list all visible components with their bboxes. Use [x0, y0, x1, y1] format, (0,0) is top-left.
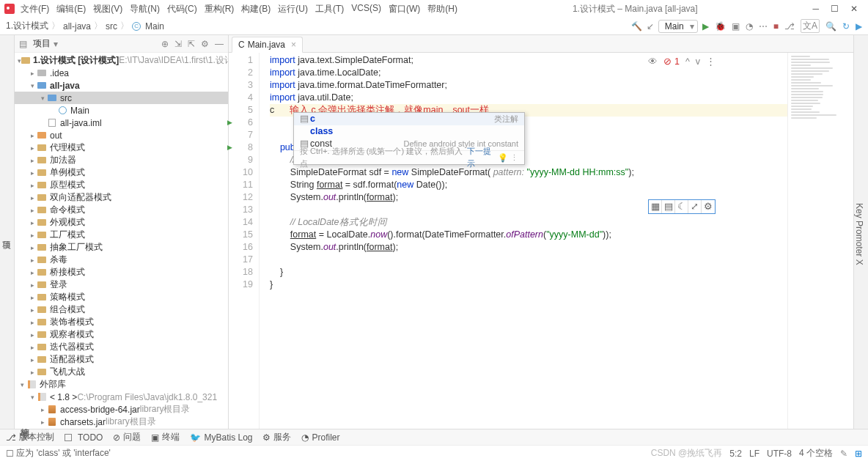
tree-item[interactable]: ▸适配器模式 — [15, 353, 228, 366]
run-icon[interactable]: ▶ — [702, 21, 709, 32]
tree-item[interactable]: ▸out — [15, 129, 228, 141]
menu-vcs[interactable]: VCS(S) — [351, 3, 381, 15]
menu-help[interactable]: 帮助(H) — [427, 3, 457, 15]
key-promoter-tab[interactable]: Key Promoter X — [854, 203, 864, 265]
tree-item[interactable]: ▸cldrdata.jar library根目录 — [15, 428, 228, 429]
tree-item[interactable]: ▾< 1.8 > C:\Program Files\Java\jdk1.8.0_… — [15, 391, 228, 403]
tree-item[interactable]: ▸抽象工厂模式 — [15, 241, 228, 254]
profiler-tab[interactable]: ◔Profiler — [301, 432, 339, 443]
prev-highlight-icon[interactable]: ^ — [685, 56, 690, 68]
ide-settings-icon[interactable]: ▶ — [856, 21, 862, 32]
tree-item[interactable]: ▸代理模式 — [15, 141, 228, 154]
run-config-selector[interactable]: Main — [658, 20, 698, 33]
maximize-icon[interactable]: ☐ — [831, 4, 839, 14]
line-separator[interactable]: LF — [749, 449, 760, 459]
menu-refactor[interactable]: 重构(R) — [205, 3, 235, 15]
tree-item[interactable]: ▸飞机大战 — [15, 366, 228, 378]
crumb-module[interactable]: all-java — [63, 21, 91, 32]
next-highlight-icon[interactable]: v — [696, 56, 700, 68]
minimap[interactable] — [787, 53, 853, 429]
search-icon[interactable]: 🔍 — [825, 21, 836, 32]
menu-code[interactable]: 代码(C) — [167, 3, 197, 15]
status-tool-icon[interactable]: ☐ — [6, 449, 14, 459]
error-count-icon[interactable]: ⊘ 1 — [663, 56, 679, 68]
profile-icon[interactable]: ◔ — [746, 21, 753, 32]
tree-item[interactable]: ▸观察者模式 — [15, 328, 228, 341]
completion-popup[interactable]: ▤c类注解 class ▤constDefine android style i… — [293, 112, 525, 165]
floating-toolbar[interactable]: ▦ ▤ ☾ ⤢ ⚙ — [648, 199, 716, 214]
stop-icon[interactable]: ■ — [773, 21, 779, 32]
settings-sync-icon[interactable]: ↻ — [842, 21, 850, 32]
crumb-class[interactable]: Main — [145, 21, 164, 32]
hide-panel-icon[interactable]: — — [215, 39, 224, 49]
expand-all-icon[interactable]: ⇲ — [174, 39, 182, 49]
terminal-tab[interactable]: ▣终端 — [151, 431, 180, 443]
services-tab[interactable]: ⚙服务 — [262, 431, 291, 443]
line-gutter[interactable]: 123456▶78▶910111213141516171819 — [229, 53, 260, 429]
tree-item[interactable]: ▸双向适配器模式 — [15, 191, 228, 204]
tree-item[interactable]: ▸工厂模式 — [15, 229, 228, 241]
project-tree[interactable]: ▾1.设计模式 [设计模式] E:\IT\Java\IDEA\1.first\1… — [15, 53, 228, 429]
inspection-widget[interactable]: 👁 ⊘ 1 ^ v ⋮ — [648, 56, 716, 68]
menu-edit[interactable]: 编辑(E) — [56, 3, 86, 15]
menu-navigate[interactable]: 导航(N) — [130, 3, 160, 15]
tree-item[interactable]: ▾外部库 — [15, 378, 228, 391]
popup-more-icon[interactable]: ⋮ — [510, 152, 518, 164]
grid-icon[interactable]: ▦ — [649, 200, 662, 213]
more-run-icon[interactable]: ⋯ — [759, 21, 768, 32]
chevron-down-icon[interactable]: ↙ — [647, 21, 654, 32]
tree-item[interactable]: ▸装饰者模式 — [15, 316, 228, 328]
tree-item[interactable]: Main — [15, 104, 228, 117]
coverage-icon[interactable]: ▣ — [732, 21, 740, 32]
tree-item[interactable]: ▸原型模式 — [15, 179, 228, 191]
popup-item-class[interactable]: class — [294, 125, 524, 138]
tree-item[interactable]: ▸桥接模式 — [15, 266, 228, 279]
code-editor[interactable]: 👁 ⊘ 1 ^ v ⋮ import java.text.SimpleDateF… — [260, 53, 787, 429]
tree-item[interactable]: ▾1.设计模式 [设计模式] E:\IT\Java\IDEA\1.first\1… — [15, 54, 228, 67]
tree-item[interactable]: ▸命令模式 — [15, 204, 228, 216]
readonly-icon[interactable]: ✎ — [840, 449, 847, 459]
minimize-icon[interactable]: ─ — [812, 4, 819, 14]
tree-item[interactable]: ▾src — [15, 92, 228, 104]
file-encoding[interactable]: UTF-8 — [767, 449, 792, 459]
moon-icon[interactable]: ☾ — [675, 200, 688, 213]
menu-run[interactable]: 运行(U) — [278, 3, 308, 15]
inspection-menu-icon[interactable]: ⋮ — [706, 56, 716, 68]
menu-window[interactable]: 窗口(W) — [389, 3, 420, 15]
tree-item[interactable]: ▸加法器 — [15, 154, 228, 166]
close-tab-icon[interactable]: × — [291, 40, 296, 50]
todo-tab[interactable]: TODO — [65, 432, 103, 443]
popup-next-hint-link[interactable]: 下一提示 — [467, 145, 498, 170]
tree-item[interactable]: ▸策略模式 — [15, 291, 228, 303]
bulb-icon[interactable]: 💡 — [498, 152, 508, 164]
tree-item[interactable]: ▸组合模式 — [15, 303, 228, 316]
tree-item[interactable]: ▸迭代器模式 — [15, 341, 228, 353]
tree-item[interactable]: ▾all-java — [15, 79, 228, 92]
mybatis-tab[interactable]: 🐦MyBatis Log — [190, 432, 252, 443]
select-opened-file-icon[interactable]: ⊕ — [161, 39, 169, 49]
editor-tab-main[interactable]: C Main.java × — [232, 37, 303, 53]
tree-item[interactable]: ▸登录 — [15, 279, 228, 291]
tree-item[interactable]: ▸外观模式 — [15, 216, 228, 229]
build-icon[interactable]: 🔨 — [631, 21, 642, 32]
menu-file[interactable]: 文件(F) — [21, 3, 49, 15]
collapse-all-icon[interactable]: ⇱ — [188, 39, 195, 49]
crumb-src[interactable]: src — [106, 21, 117, 32]
translate-icon[interactable]: 文A — [801, 19, 820, 33]
panel-settings-icon[interactable]: ⚙ — [201, 39, 209, 49]
problems-tab[interactable]: ⊘问题 — [113, 431, 141, 443]
tree-item[interactable]: ▸access-bridge-64.jar library根目录 — [15, 403, 228, 416]
tree-item[interactable]: ▸.idea — [15, 67, 228, 79]
menu-view[interactable]: 视图(V) — [93, 3, 122, 15]
close-icon[interactable]: ✕ — [850, 4, 858, 14]
popup-item-c[interactable]: ▤c类注解 — [294, 113, 524, 125]
debug-icon[interactable]: 🐞 — [715, 21, 726, 32]
reader-mode-icon[interactable]: 👁 — [648, 56, 658, 68]
git-branch-icon[interactable]: ⎇ — [784, 21, 795, 32]
gear-icon[interactable]: ⚙ — [702, 200, 715, 213]
tree-item[interactable]: ▸charsets.jar library根目录 — [15, 416, 228, 428]
expand-icon[interactable]: ⤢ — [688, 200, 702, 213]
caret-position[interactable]: 5:2 — [729, 449, 742, 459]
windows-icon[interactable]: ⊞ — [855, 449, 862, 459]
crumb-project[interactable]: 1.设计模式 — [6, 20, 48, 32]
